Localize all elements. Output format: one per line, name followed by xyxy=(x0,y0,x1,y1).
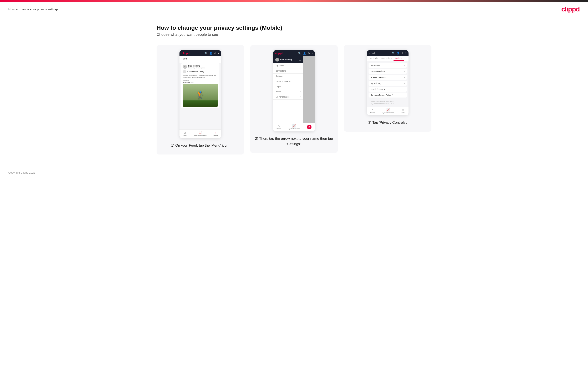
post-name: Blair McHarg xyxy=(188,65,205,67)
bottom-performance-3: 📈 My Performance xyxy=(382,108,394,114)
golf-trees xyxy=(183,100,218,107)
phone-1-bottom-bar: ⌂ Home 📈 My Performance ≡ Menu xyxy=(180,130,221,138)
menu-item-connections[interactable]: Connections xyxy=(273,68,303,74)
tab-settings[interactable]: Settings xyxy=(394,56,404,61)
bottom-performance-2: 📈 My Performance xyxy=(288,124,300,130)
home-label-2: Home xyxy=(277,128,281,130)
back-button[interactable]: < Back xyxy=(369,52,375,54)
step-1-card: clippd 🔍 👤 ⊕ ▾ Feed BM xyxy=(156,45,244,154)
menu-item-settings[interactable]: Settings xyxy=(273,74,303,79)
lesson-icon xyxy=(183,70,186,73)
feed-post: BM Blair McHarg Yesterday · Sunningdale … xyxy=(181,63,219,108)
tab-myprofile[interactable]: My Profile xyxy=(368,56,380,61)
phone-2: clippd 🔍 👤 ⊕ ▾ xyxy=(273,50,315,131)
phone-1-logo: clippd xyxy=(182,51,190,55)
step-3-caption: 3) Tap 'Privacy Controls'. xyxy=(368,120,407,125)
phone-3-bottom-bar: ⌂ Home 📈 My Performance ≡ Menu xyxy=(367,107,408,115)
menu-item-myperformance[interactable]: My Performance ▾ xyxy=(273,94,303,100)
phone-1-navbar: clippd 🔍 👤 ⊕ ▾ xyxy=(180,50,221,56)
home-icon-2: ⌂ xyxy=(278,124,280,127)
menu-item-logout[interactable]: Logout xyxy=(273,84,303,89)
menu-item-myprofile[interactable]: My Profile xyxy=(273,63,303,68)
bottom-menu[interactable]: ≡ Menu xyxy=(213,131,218,137)
menu-user-info: Blair McHarg xyxy=(275,58,292,62)
menu-dropdown-icon-2: ▾ xyxy=(311,52,313,55)
post-duration-value: 01 hr : 30 min xyxy=(183,82,218,84)
dataintegrations-label: Data Integrations xyxy=(371,70,385,72)
home-icon: ⌂ xyxy=(184,131,186,134)
settings-item-dataintegrations[interactable]: Data Integrations › xyxy=(369,69,407,74)
myaccount-label: My Account xyxy=(371,64,380,66)
golf-image: 🏌️ xyxy=(183,84,218,107)
menu-item-home[interactable]: Home ▾ xyxy=(273,89,303,94)
performance-label-3: My Performance xyxy=(382,112,394,114)
menu-dropdown-icon: ▾ xyxy=(218,52,219,55)
performance-chevron-icon: ▾ xyxy=(300,96,301,98)
privacycontrols-chevron: › xyxy=(404,76,405,78)
mygolfbag-chevron: › xyxy=(404,82,405,84)
menu-panel: Blair McHarg ▲ My Profile Connections Se… xyxy=(273,56,303,123)
version-gql: GQL Server Version: 2022.7.30-1 xyxy=(371,102,405,105)
bottom-menu-3[interactable]: ≡ Menu xyxy=(401,108,405,114)
bottom-home-2: ⌂ Home xyxy=(277,124,281,130)
myaccount-chevron: › xyxy=(404,64,405,66)
bottom-home: ⌂ Home xyxy=(183,131,187,137)
settings-item-myaccount[interactable]: My Account › xyxy=(369,63,407,68)
post-text: Looking to feel like my hands are exitin… xyxy=(183,74,218,78)
phone-3-icons: 🔍 👤 ⊕ ▾ xyxy=(392,51,406,54)
serviceprivacy-label: Service & Privacy Policy ↗ xyxy=(371,94,393,96)
helpsupport-label: Help & Support ↗ xyxy=(371,88,386,90)
settings-item-privacycontrols[interactable]: Privacy Controls › xyxy=(369,75,407,80)
menu-home-label: Home xyxy=(276,91,281,93)
settings-item-mygolfbag[interactable]: My Golf Bag › xyxy=(369,81,407,86)
menu-icon: ≡ xyxy=(215,131,216,134)
step-3-card: < Back 🔍 👤 ⊕ ▾ My Profile Connections Se… xyxy=(344,45,432,132)
top-accent-bar xyxy=(0,0,588,2)
menu-item-helpsupport[interactable]: Help & Support ↗ xyxy=(273,79,303,84)
phone-2-logo: clippd xyxy=(275,51,283,55)
post-header: BM Blair McHarg Yesterday · Sunningdale xyxy=(183,65,218,69)
page-heading: How to change your privacy settings (Mob… xyxy=(156,25,432,31)
performance-icon-2: 📈 xyxy=(292,124,296,127)
version-client: Clippd Client Version: 2022.8.3-3 xyxy=(371,100,405,102)
menu-avatar xyxy=(275,58,279,62)
menu-chevron-up: ▲ xyxy=(299,59,301,61)
breadcrumb: How to change your privacy settings xyxy=(8,8,59,11)
menu-user-header: Blair McHarg ▲ xyxy=(273,56,303,63)
post-duration-label: Duration xyxy=(183,79,218,81)
bottom-performance: 📈 My Performance xyxy=(194,131,207,137)
phone-2-bottom-bar: ⌂ Home 📈 My Performance ✕ xyxy=(273,123,315,131)
phone-1-feed-tab: Feed xyxy=(180,56,221,61)
settings-item-helpsupport[interactable]: Help & Support ↗ xyxy=(369,87,407,92)
steps-row: clippd 🔍 👤 ⊕ ▾ Feed BM xyxy=(156,45,432,154)
footer: Copyright Clippd 2022 xyxy=(0,167,588,178)
search-icon-2: 🔍 xyxy=(298,52,301,55)
version-info: Clippd Client Version: 2022.8.3-3 GQL Se… xyxy=(369,98,407,105)
privacycontrols-label: Privacy Controls xyxy=(371,76,386,78)
settings-icon-3: ⊕ xyxy=(401,51,404,54)
home-label: Home xyxy=(183,135,187,137)
home-icon-3: ⌂ xyxy=(372,108,373,111)
user-icon-3: 👤 xyxy=(397,51,400,54)
dataintegrations-chevron: › xyxy=(404,70,405,72)
step-2-caption: 2) Then, tap the arrow next to your name… xyxy=(254,136,334,147)
home-chevron-icon: ▾ xyxy=(300,91,301,93)
bottom-close[interactable]: ✕ xyxy=(307,125,311,129)
phone-1: clippd 🔍 👤 ⊕ ▾ Feed BM xyxy=(180,50,221,138)
performance-label-2: My Performance xyxy=(288,128,300,130)
menu-icon-3: ≡ xyxy=(402,108,404,111)
tab-connections[interactable]: Connections xyxy=(380,56,394,61)
main-content: How to change your privacy settings (Mob… xyxy=(148,16,440,167)
menu-username: Blair McHarg xyxy=(280,59,292,61)
performance-icon-3: 📈 xyxy=(386,108,389,111)
logo: clippd xyxy=(561,5,580,13)
settings-item-serviceprivacy[interactable]: Service & Privacy Policy ↗ xyxy=(369,92,407,98)
phone-3: < Back 🔍 👤 ⊕ ▾ My Profile Connections Se… xyxy=(367,50,408,115)
copyright: Copyright Clippd 2022 xyxy=(8,171,35,174)
phone-3-backbar: < Back 🔍 👤 ⊕ ▾ xyxy=(367,50,408,56)
phone-1-content: BM Blair McHarg Yesterday · Sunningdale … xyxy=(180,63,221,130)
search-icon: 🔍 xyxy=(205,52,208,55)
close-menu-button[interactable]: ✕ xyxy=(307,125,311,129)
menu-dropdown-icon-3: ▾ xyxy=(405,51,406,54)
menu-label: Menu xyxy=(213,135,218,137)
